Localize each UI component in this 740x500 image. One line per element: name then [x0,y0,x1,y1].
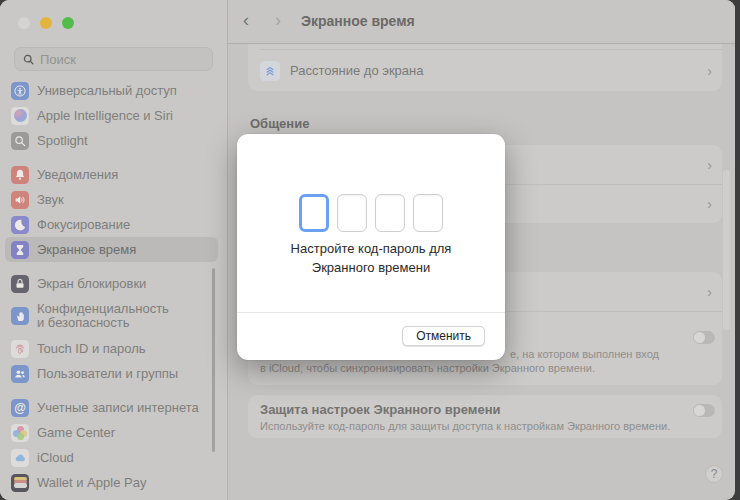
passcode-boxes [237,194,505,232]
sidebar-item-label: iCloud [37,451,74,465]
sidebar-item-label: Пользователи и группы [37,367,178,381]
protection-title: Защита настроек Экранного времени [260,402,682,417]
close-button[interactable] [18,17,30,29]
sidebar-item-label: Фокусирование [37,218,130,232]
sidebar-item-label: Touch ID и пароль [37,342,146,356]
sidebar-item[interactable]: Экранное время [5,237,218,262]
sidebar-item[interactable]: Звук [5,187,218,212]
sidebar-item-label: Конфиденциальность и безопасность [37,302,169,330]
sidebar-item-label: Spotlight [37,134,88,148]
siri-icon [11,107,29,125]
sidebar-group: УведомленияЗвукФокусированиеЭкранное вре… [5,162,218,262]
help-button[interactable]: ? [705,465,723,483]
screen-distance-label: Расстояние до экрана [290,63,423,78]
sidebar-item[interactable]: Конфиденциальность и безопасность [5,296,218,336]
users-icon [11,365,29,383]
at-icon: @ [11,399,29,417]
sidebar-group: Экран блокировкиКонфиденциальность и без… [5,271,218,386]
sidebar-nav: Универсальный доступApple Intelligence и… [5,78,218,500]
sidebar-item[interactable]: @Учетные записи интернета [5,395,218,420]
bell-icon [11,166,29,184]
lock-icon [11,275,29,293]
sidebar-item[interactable]: iCloud [5,445,218,470]
protection-row: Защита настроек Экранного времени Исполь… [248,395,722,438]
screen-distance-card: Расстояние до экрана › [248,44,722,91]
passcode-box-1[interactable] [299,194,329,232]
sidebar-item-label: Звук [37,193,64,207]
passcode-box-4[interactable] [413,194,443,232]
spotlight-icon [11,132,29,150]
sidebar-item-label: Game Center [37,426,115,440]
forward-button[interactable]: › [275,10,281,31]
chevron-right-icon: › [707,63,712,79]
hourglass-icon [11,241,29,259]
modal-message-line1: Настройте код-пароль для [237,240,505,259]
search-placeholder: Поиск [40,52,76,67]
sidebar-item[interactable]: Пользователи и группы [5,361,218,386]
sidebar-item[interactable]: Экран блокировки [5,271,218,296]
moon-icon [11,216,29,234]
cancel-button[interactable]: Отменить [402,326,485,346]
protection-description: Используйте код-пароль для защиты доступ… [260,420,682,434]
sidebar-item[interactable]: Фокусирование [5,212,218,237]
sidebar-item[interactable]: Game Center [5,420,218,445]
sidebar-item[interactable]: Wallet и Apple Pay [5,470,218,495]
main-scrollbar[interactable] [723,170,730,330]
sidebar-group: @Учетные записи интернетаGame CenteriClo… [5,395,218,495]
zoom-button[interactable] [62,17,74,29]
passcode-box-2[interactable] [337,194,367,232]
sidebar-item-label: Универсальный доступ [37,84,177,98]
chevron-right-icon: › [707,157,712,173]
screen-distance-icon [260,61,280,81]
sidebar-item-label: Уведомления [37,168,118,182]
touchid-icon [11,340,29,358]
sidebar-item[interactable]: Apple Intelligence и Siri [5,103,218,128]
hand-icon [11,307,29,325]
sidebar-item[interactable]: Универсальный доступ [5,78,218,103]
sidebar-group: Универсальный доступApple Intelligence и… [5,78,218,153]
sidebar-scrollbar[interactable] [212,268,215,452]
modal-message: Настройте код-пароль для Экранного време… [237,240,505,277]
search-icon [22,53,35,66]
sidebar: Поиск Универсальный доступApple Intellig… [0,0,228,500]
modal-footer: Отменить [237,312,505,360]
screen-distance-row[interactable]: Расстояние до экрана › [248,50,722,91]
sidebar-item[interactable]: Уведомления [5,162,218,187]
sidebar-item-label: Apple Intelligence и Siri [37,109,173,123]
sync-description-line2: в iCloud, чтобы синхронизировать настрой… [260,362,682,376]
protection-toggle[interactable] [693,404,715,417]
page-title: Экранное время [301,13,415,29]
passcode-modal: Настройте код-пароль для Экранного време… [237,134,505,360]
modal-message-line2: Экранного времени [237,259,505,278]
sidebar-item[interactable]: Touch ID и пароль [5,336,218,361]
sidebar-item-label: Wallet и Apple Pay [37,476,146,490]
sidebar-item-label: Экранное время [37,243,136,257]
chevron-right-icon: › [707,284,712,300]
protection-card: Защита настроек Экранного времени Исполь… [248,395,722,438]
accessibility-icon [11,82,29,100]
header: ‹ › Экранное время [228,0,735,44]
sidebar-item-label: Учетные записи интернета [37,401,199,415]
chevron-right-icon: › [707,196,712,212]
wallet-icon [11,474,29,492]
section-label-communication: Общение [250,116,309,131]
minimize-button[interactable] [40,17,52,29]
cloud-icon [11,449,29,467]
sidebar-item[interactable]: Spotlight [5,128,218,153]
speaker-icon [11,191,29,209]
settings-window: Поиск Универсальный доступApple Intellig… [0,0,735,500]
passcode-box-3[interactable] [375,194,405,232]
sidebar-item-label: Экран блокировки [37,277,146,291]
gamecenter-icon [11,424,29,442]
traffic-lights [18,17,74,29]
sync-toggle[interactable] [693,331,715,344]
back-button[interactable]: ‹ [243,10,249,31]
search-input[interactable]: Поиск [14,47,213,71]
